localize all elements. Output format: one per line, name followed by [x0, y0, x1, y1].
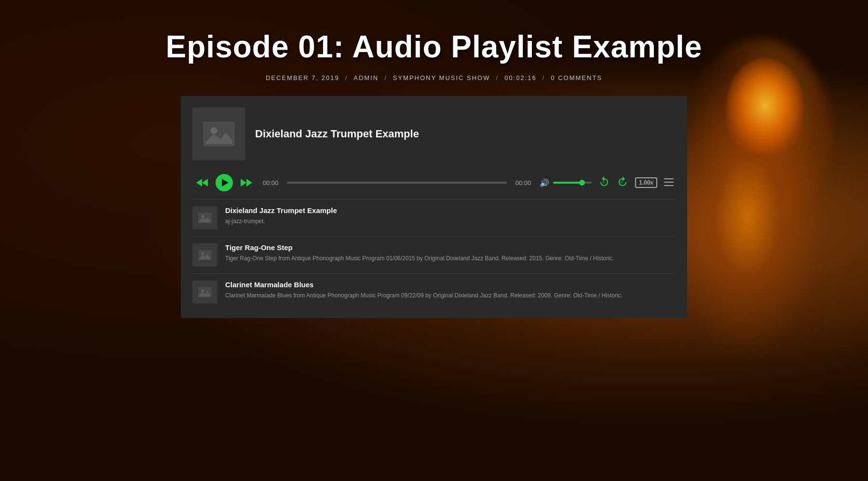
track-art-icon-2 [198, 249, 212, 261]
separator-3: / [496, 74, 499, 81]
track-desc-1: aj-jazz-trumpet. [225, 217, 676, 226]
play-button[interactable] [216, 174, 233, 191]
playlist-item[interactable]: Tiger Rag-One Step Tiger Rag-One Step fr… [192, 236, 676, 273]
svg-point-8 [202, 215, 204, 217]
meta-comments[interactable]: 0 COMMENTS [551, 74, 602, 81]
rewind-icon [196, 179, 207, 187]
playlist-menu-button[interactable] [664, 177, 674, 188]
volume-bar[interactable] [553, 182, 592, 184]
volume-icon: 🔊 [540, 178, 549, 187]
playlist-item[interactable]: Clarinet Marmalade Blues Clarinet Marmal… [192, 273, 676, 310]
svg-text:30: 30 [602, 181, 605, 184]
page-meta: DECEMBER 7, 2019 / ADMIN / SYMPHONY MUSI… [166, 74, 703, 81]
meta-date[interactable]: DECEMBER 7, 2019 [266, 74, 339, 81]
skip-forward-icon: 30 [617, 176, 628, 187]
forward-button[interactable] [240, 177, 254, 188]
progress-bar[interactable] [287, 182, 507, 184]
track-thumbnail-2 [192, 243, 217, 267]
svg-point-12 [202, 289, 204, 292]
album-art-icon [202, 120, 236, 148]
volume-fill [553, 182, 582, 184]
svg-rect-6 [664, 185, 674, 186]
time-total: 00:00 [514, 179, 533, 187]
now-playing-section: Dixieland Jazz Trumpet Example [192, 107, 676, 160]
track-thumbnail-1 [192, 206, 217, 229]
playlist: Dixieland Jazz Trumpet Example aj-jazz-t… [192, 199, 676, 310]
meta-duration: 00:02:16 [504, 74, 537, 81]
svg-rect-5 [664, 182, 674, 183]
track-info-1: Dixieland Jazz Trumpet Example aj-jazz-t… [225, 206, 676, 226]
separator-1: / [345, 74, 348, 81]
track-thumbnail-3 [192, 281, 217, 304]
album-art-large [192, 107, 245, 160]
track-info-2: Tiger Rag-One Step Tiger Rag-One Step fr… [225, 243, 676, 263]
skip-forward-button[interactable]: 30 [617, 176, 628, 190]
track-name-2: Tiger Rag-One Step [225, 243, 676, 252]
svg-rect-4 [664, 178, 674, 179]
svg-point-10 [202, 252, 204, 254]
volume-knob[interactable] [579, 180, 585, 186]
skip-back-button[interactable]: 30 [598, 176, 610, 190]
svg-point-1 [211, 127, 217, 134]
meta-show[interactable]: SYMPHONY MUSIC SHOW [393, 74, 490, 81]
track-desc-3: Clarinet Marmalade Blues from Antique Ph… [225, 291, 676, 300]
hamburger-icon [664, 178, 674, 186]
track-desc-2: Tiger Rag-One Step from Antique Phonogra… [225, 254, 676, 263]
playlist-item[interactable]: Dixieland Jazz Trumpet Example aj-jazz-t… [192, 199, 676, 236]
track-info-3: Clarinet Marmalade Blues Clarinet Marmal… [225, 281, 676, 300]
track-art-icon-3 [198, 286, 212, 298]
page-title: Episode 01: Audio Playlist Example [166, 29, 703, 65]
time-current: 00:00 [261, 179, 280, 187]
speed-button[interactable]: 1.00x [635, 177, 657, 188]
forward-icon [242, 179, 252, 187]
skip-back-icon: 30 [598, 176, 610, 187]
rewind-button[interactable] [194, 177, 209, 188]
separator-2: / [384, 74, 387, 81]
now-playing-title: Dixieland Jazz Trumpet Example [255, 128, 419, 140]
volume-section: 🔊 [540, 178, 592, 187]
track-name-3: Clarinet Marmalade Blues [225, 281, 676, 289]
page-header: Episode 01: Audio Playlist Example DECEM… [166, 29, 703, 81]
separator-4: / [542, 74, 545, 81]
svg-text:30: 30 [620, 181, 623, 184]
track-art-icon-1 [198, 212, 212, 224]
player-container: Dixieland Jazz Trumpet Example 00:00 00: [181, 96, 687, 318]
meta-author[interactable]: ADMIN [353, 74, 379, 81]
track-name-1: Dixieland Jazz Trumpet Example [225, 206, 676, 214]
player-controls-bar: 00:00 00:00 🔊 30 30 [192, 174, 676, 191]
